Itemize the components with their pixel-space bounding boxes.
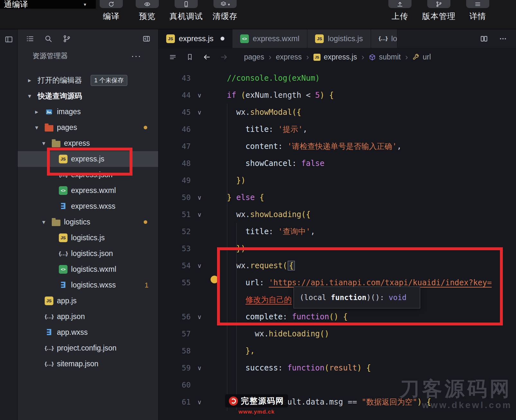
folder-icon (52, 220, 60, 226)
chevron-down-icon[interactable]: ▾ (39, 140, 48, 147)
fold-chevron-icon[interactable]: ∨ (191, 364, 208, 371)
tree-item-project-config-json[interactable]: {…}project.config.json (18, 340, 158, 356)
breadcrumb-item-express-js[interactable]: JSexpress.js (313, 53, 357, 61)
code-editor[interactable]: 43//console.log(exNum)44∨if (exNum.lengt… (158, 66, 516, 420)
quick-fix-lightbulb-icon[interactable] (211, 276, 218, 283)
tree-item-logistics-wxml[interactable]: <>logistics.wxml (18, 261, 158, 277)
code-text[interactable]: }) (208, 176, 516, 185)
chevron-down-icon[interactable]: ▾ (32, 124, 41, 131)
toolbar-button-details[interactable]: 详情 (464, 0, 492, 22)
code-text[interactable]: }) (208, 244, 516, 253)
outline-list-icon[interactable] (169, 53, 177, 61)
tab-express-js[interactable]: JSexpress.js (158, 29, 232, 48)
collapse-sidebar-icon[interactable] (142, 35, 150, 43)
tab-express-wxml[interactable]: <>express.wxml (232, 29, 307, 48)
code-line: 45∨wx.showModal({ (158, 104, 516, 121)
tree-item-express-wxss[interactable]: ∃express.wxss (18, 198, 158, 214)
code-text[interactable]: wx.request({ (208, 261, 516, 270)
tree-item-logistics-wxss[interactable]: ∃logistics.wxss1 (18, 277, 158, 293)
tree-item-images[interactable]: ▸images (18, 104, 158, 120)
code-text[interactable]: content: '请检查快递单号是否输入正确', (208, 141, 516, 151)
fold-chevron-icon[interactable]: ∨ (191, 211, 208, 218)
tree-item-app-wxss[interactable]: ∃app.wxss (18, 324, 158, 340)
navigate-back-icon[interactable] (203, 53, 211, 61)
git-branch-icon[interactable] (63, 35, 71, 43)
top-toolbar: 通编译 ▾ 编译预览真机调试▾清缓存 上传版本管理详情 (0, 0, 516, 29)
toolbar-button-version[interactable]: 版本管理 (422, 0, 456, 22)
hover-tooltip: (local function)(): void (294, 287, 420, 308)
more-editor-actions-icon[interactable] (499, 35, 507, 43)
tree-item-sitemap-json[interactable]: {…}sitemap.json (18, 356, 158, 372)
tab-logistics-partial[interactable]: {…}lo (371, 29, 398, 48)
chevron-right-icon[interactable]: ▸ (25, 77, 34, 84)
tree-item-open-editors[interactable]: ▸打开的编辑器1 个未保存 (18, 72, 158, 88)
code-text[interactable]: wx.showModal({ (208, 108, 516, 117)
tree-item-app-json[interactable]: {…}app.json (18, 309, 158, 324)
compile-mode-dropdown[interactable]: 通编译 ▾ (0, 0, 96, 9)
fold-chevron-icon[interactable]: ∨ (191, 313, 208, 320)
toolbar-button-preview[interactable]: 预览 (133, 0, 161, 22)
breadcrumb-item-submit[interactable]: submit (369, 53, 401, 61)
chevron-down-icon[interactable]: ▾ (39, 218, 48, 226)
chevron-right-icon[interactable]: ▸ (32, 108, 41, 115)
tree-item-label: express.wxss (71, 202, 115, 211)
search-icon[interactable] (44, 35, 52, 43)
split-editor-icon[interactable] (480, 35, 488, 43)
modified-dot (144, 126, 147, 129)
tab-label: logistics.js (328, 34, 363, 43)
toolbar-button-label: 真机调试 (169, 11, 203, 22)
toolbar-group-left: 编译预览真机调试▾清缓存 (97, 0, 239, 22)
breadcrumb-item-express[interactable]: express (276, 53, 302, 61)
bookmark-icon[interactable] (186, 53, 194, 61)
code-text[interactable]: } else { (208, 193, 516, 202)
compile-icon-box (100, 0, 123, 8)
code-text[interactable]: //console.log(exNum) (208, 74, 516, 83)
code-text[interactable]: showCancel: false (208, 159, 516, 168)
js-file-icon: JS (45, 297, 53, 305)
wxml-file-icon: <> (59, 186, 68, 195)
explorer-icon[interactable] (26, 35, 34, 43)
code-text[interactable]: complete: function() { (208, 312, 516, 321)
tree-item-app-js[interactable]: JSapp.js (18, 293, 158, 309)
json-file-icon: {…} (379, 34, 387, 43)
code-text[interactable]: }, (208, 346, 516, 355)
tree-item-express-js[interactable]: JSexpress.js (18, 151, 158, 167)
code-text[interactable]: if (result.data.msg == "数据返回为空") { (208, 397, 516, 407)
tree-item-label: express.json (71, 170, 113, 179)
code-text[interactable]: url: 'https://api.tianapi.com/txapi/kuai… (208, 278, 516, 287)
toolbar-button-device-debug[interactable]: 真机调试 (169, 0, 203, 22)
editor: JSexpress.js<>express.wxmlJSlogistics.js… (158, 29, 516, 420)
fold-chevron-icon[interactable]: ∨ (191, 194, 208, 201)
toolbar-button-compile[interactable]: 编译 (97, 0, 125, 22)
tree-item-logistics[interactable]: ▾logistics (18, 214, 158, 230)
chevron-down-icon[interactable]: ▾ (25, 92, 34, 100)
code-text[interactable]: if (exNum.length < 5) { (208, 91, 516, 100)
toolbar-button-upload[interactable]: 上传 (386, 0, 414, 22)
tree-item-express-wxml[interactable]: <>express.wxml (18, 183, 158, 198)
tree-item-logistics-js[interactable]: JSlogistics.js (18, 230, 158, 246)
breadcrumb-item-url[interactable]: url (412, 53, 431, 61)
tree-item-logistics-json[interactable]: {…}logistics.json (18, 246, 158, 261)
fold-chevron-icon[interactable]: ∨ (191, 262, 208, 269)
breadcrumb-item-pages[interactable]: pages (244, 53, 264, 61)
tree-item-pages[interactable]: ▾pages (18, 120, 158, 135)
code-text[interactable]: title: '提示', (208, 124, 516, 134)
fold-chevron-icon[interactable]: ∨ (191, 398, 208, 406)
tree-item-express[interactable]: ▾express (18, 135, 158, 151)
breadcrumb-label: url (423, 53, 431, 61)
code-text[interactable]: success: function(result) { (208, 363, 516, 372)
code-text[interactable]: wx.showLoading({ (208, 210, 516, 219)
tree-item-label: app.json (57, 312, 85, 321)
tab-logistics-js[interactable]: JSlogistics.js (307, 29, 371, 48)
upload-icon (397, 1, 403, 7)
more-actions-icon[interactable]: ··· (131, 54, 141, 58)
fold-chevron-icon[interactable]: ∨ (191, 109, 208, 116)
panel-layout-icon[interactable] (5, 35, 13, 44)
tree-item-project-root[interactable]: ▾快递查询源码 (18, 88, 158, 104)
fold-chevron-icon[interactable]: ∨ (191, 92, 208, 99)
code-text[interactable]: title: '查询中', (208, 226, 516, 237)
toolbar-button-clear-cache[interactable]: ▾清缓存 (211, 0, 239, 22)
code-text[interactable]: wx.hideLoading() (208, 329, 516, 338)
navigate-forward-icon[interactable] (220, 53, 228, 61)
tree-item-express-json[interactable]: {…}express.json (18, 167, 158, 183)
